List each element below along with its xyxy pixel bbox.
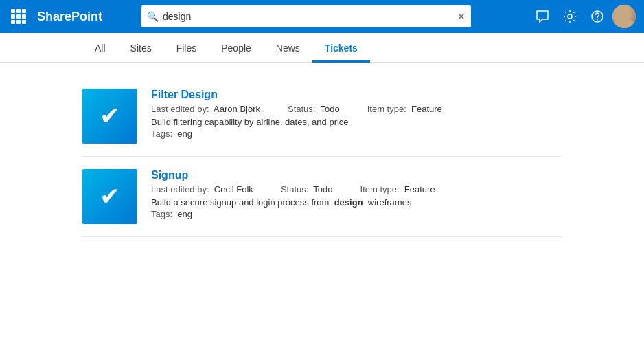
tabs-navigation: All Sites Files People News Tickets [0, 33, 644, 63]
last-edited: Last edited by: Aaron Bjork [151, 104, 260, 114]
result-tags: Tags: eng [151, 209, 562, 219]
tags-label: Tags: [151, 209, 172, 219]
item-type-label: Item type: [367, 104, 406, 114]
app-header: SharePoint 🔍 ✕ [0, 0, 644, 33]
tab-people[interactable]: People [209, 33, 264, 62]
search-icon: 🔍 [147, 11, 159, 22]
status: Status: Todo [288, 104, 340, 114]
header-actions [530, 4, 636, 29]
status-value: Todo [313, 184, 332, 194]
avatar[interactable] [612, 5, 636, 28]
result-description: Build filtering capability by airline, d… [151, 117, 562, 127]
item-type: Item type: Feature [367, 104, 442, 114]
item-type: Item type: Feature [360, 184, 435, 194]
description-prefix: Build a secure signup and login process … [151, 197, 329, 208]
result-description: Build a secure signup and login process … [151, 197, 562, 208]
settings-button[interactable] [557, 4, 582, 29]
svg-point-0 [568, 14, 572, 19]
result-title[interactable]: Signup [151, 169, 562, 181]
status: Status: Todo [281, 184, 333, 194]
tab-all[interactable]: All [82, 33, 118, 62]
chat-button[interactable] [530, 4, 555, 29]
status-label: Status: [288, 104, 315, 114]
search-box: 🔍 ✕ [141, 5, 471, 27]
description-highlight: design [334, 197, 363, 208]
tab-tickets[interactable]: Tickets [312, 33, 370, 62]
last-edited: Last edited by: Cecil Folk [151, 184, 253, 194]
item-type-label: Item type: [360, 184, 400, 194]
help-button[interactable] [585, 4, 610, 29]
result-meta: Last edited by: Cecil Folk Status: Todo … [151, 184, 562, 194]
search-input[interactable] [163, 11, 453, 22]
status-value: Todo [320, 104, 339, 114]
last-edited-value: Aaron Bjork [214, 104, 260, 114]
tab-files[interactable]: Files [164, 33, 209, 62]
result-thumbnail: ✔ [82, 89, 137, 144]
description-suffix: wireframes [368, 197, 412, 208]
svg-point-2 [597, 19, 598, 21]
clear-search-button[interactable]: ✕ [457, 12, 465, 21]
tags-label: Tags: [151, 129, 172, 139]
results-area: ✔ Filter Design Last edited by: Aaron Bj… [0, 63, 644, 251]
last-edited-value: Cecil Folk [214, 184, 253, 194]
result-title[interactable]: Filter Design [151, 89, 562, 101]
status-label: Status: [281, 184, 308, 194]
result-item: ✔ Filter Design Last edited by: Aaron Bj… [82, 76, 562, 157]
item-type-value: Feature [411, 104, 442, 114]
result-item: ✔ Signup Last edited by: Cecil Folk Stat… [82, 157, 562, 237]
waffle-button[interactable] [8, 6, 29, 27]
result-content: Signup Last edited by: Cecil Folk Status… [151, 169, 562, 219]
last-edited-label: Last edited by: [151, 104, 209, 114]
tags-value: eng [177, 129, 192, 139]
last-edited-label: Last edited by: [151, 184, 209, 194]
result-meta: Last edited by: Aaron Bjork Status: Todo… [151, 104, 562, 114]
tab-news[interactable]: News [264, 33, 312, 62]
result-thumbnail: ✔ [82, 169, 137, 224]
tags-value: eng [177, 209, 192, 219]
checkmark-icon: ✔ [100, 184, 120, 209]
app-logo: SharePoint [37, 10, 102, 24]
result-tags: Tags: eng [151, 129, 562, 139]
result-content: Filter Design Last edited by: Aaron Bjor… [151, 89, 562, 139]
checkmark-icon: ✔ [100, 104, 120, 129]
item-type-value: Feature [404, 184, 435, 194]
tab-sites[interactable]: Sites [118, 33, 164, 62]
